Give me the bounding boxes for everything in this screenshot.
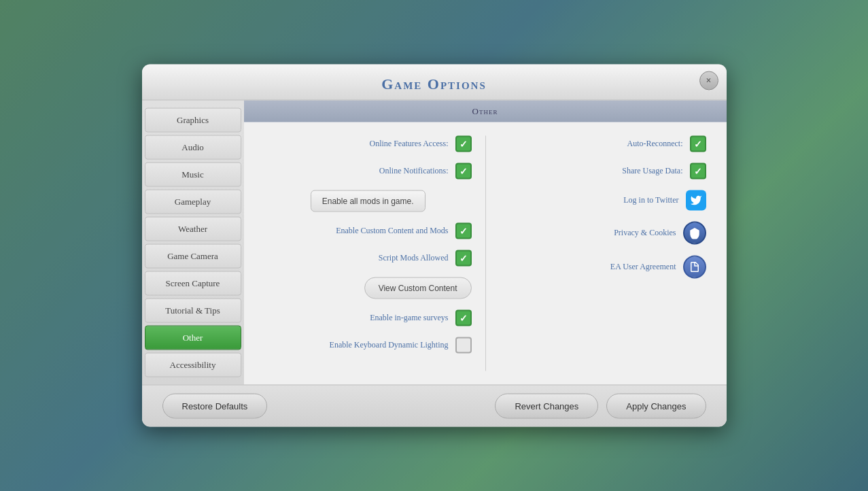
online-features-checkbox[interactable] (455, 136, 472, 152)
footer-right-buttons: Revert Changes Apply Changes (495, 394, 706, 419)
script-mods-checkbox[interactable] (455, 250, 472, 267)
online-features-row: Online Features Access: (264, 136, 472, 152)
auto-reconnect-label: Auto-Reconnect: (627, 139, 683, 150)
ingame-surveys-checkbox[interactable] (455, 310, 472, 326)
ingame-surveys-label: Enable in-game surveys (370, 313, 448, 324)
script-mods-label: Script Mods Allowed (379, 253, 449, 264)
sidebar-item-game-camera[interactable]: Game Camera (145, 244, 241, 269)
online-notifications-checkbox[interactable] (455, 163, 472, 180)
sidebar-item-gameplay[interactable]: Gameplay (145, 190, 241, 214)
modal-body: Graphics Audio Music Gameplay Weather Ga… (142, 101, 727, 385)
online-features-label: Online Features Access: (370, 139, 449, 150)
keyboard-lighting-label: Enable Keyboard Dynamic Lighting (330, 340, 449, 351)
twitter-label: Log in to Twitter (623, 195, 678, 206)
restore-defaults-button[interactable]: Restore Defaults (162, 394, 268, 419)
enable-custom-content-label: Enable Custom Content and Mods (336, 226, 448, 237)
sidebar-item-other[interactable]: Other (145, 326, 241, 350)
apply-changes-button[interactable]: Apply Changes (606, 394, 706, 419)
share-usage-data-checkbox[interactable] (690, 163, 706, 180)
enable-all-mods-button[interactable]: Enable all mods in game. (311, 190, 426, 212)
modal-header: Game Options × (142, 65, 727, 101)
content-body: Online Features Access: Online Notificat… (244, 122, 727, 385)
sidebar-item-accessibility[interactable]: Accessibility (145, 353, 241, 377)
game-options-modal: Game Options × Graphics Audio Music Game… (142, 65, 727, 427)
enable-custom-content-row: Enable Custom Content and Mods (264, 223, 472, 239)
privacy-cookies-label: Privacy & Cookies (614, 228, 676, 239)
left-column: Online Features Access: Online Notificat… (264, 136, 485, 371)
revert-changes-button[interactable]: Revert Changes (495, 394, 598, 419)
privacy-cookies-row: Privacy & Cookies (500, 222, 706, 245)
enable-custom-content-checkbox[interactable] (455, 223, 472, 239)
sidebar-item-graphics[interactable]: Graphics (145, 108, 241, 133)
content-area: Other Online Features Access: Online Not… (244, 101, 727, 385)
ea-user-agreement-row: EA User Agreement (500, 256, 706, 279)
auto-reconnect-row: Auto-Reconnect: (500, 136, 706, 152)
sidebar-item-music[interactable]: Music (145, 163, 241, 187)
auto-reconnect-checkbox[interactable] (690, 136, 706, 152)
content-section-header: Other (244, 101, 727, 122)
sidebar-item-screen-capture[interactable]: Screen Capture (145, 271, 241, 296)
online-notifications-label: Online Notifications: (379, 166, 449, 177)
keyboard-lighting-row: Enable Keyboard Dynamic Lighting (264, 337, 472, 354)
sidebar-item-audio[interactable]: Audio (145, 135, 241, 160)
keyboard-lighting-checkbox[interactable] (455, 337, 472, 354)
view-custom-content-button[interactable]: View Custom Content (364, 277, 472, 299)
privacy-shield-icon[interactable] (683, 222, 706, 245)
ea-user-agreement-icon[interactable] (683, 256, 706, 279)
twitter-row: Log in to Twitter (500, 190, 706, 211)
sidebar: Graphics Audio Music Gameplay Weather Ga… (142, 101, 244, 385)
share-usage-data-label: Share Usage Data: (622, 166, 682, 177)
right-column: Auto-Reconnect: Share Usage Data: Log in… (485, 136, 706, 371)
twitter-icon[interactable] (686, 190, 706, 211)
modal-title: Game Options (381, 75, 487, 92)
ea-user-agreement-label: EA User Agreement (610, 262, 676, 273)
script-mods-row: Script Mods Allowed (264, 250, 472, 267)
close-button[interactable]: × (699, 71, 718, 90)
sidebar-item-weather[interactable]: Weather (145, 217, 241, 241)
ingame-surveys-row: Enable in-game surveys (264, 310, 472, 326)
modal-footer: Restore Defaults Revert Changes Apply Ch… (142, 385, 727, 427)
share-usage-data-row: Share Usage Data: (500, 163, 706, 180)
online-notifications-row: Online Notifications: (264, 163, 472, 180)
sidebar-item-tutorial-tips[interactable]: Tutorial & Tips (145, 299, 241, 323)
